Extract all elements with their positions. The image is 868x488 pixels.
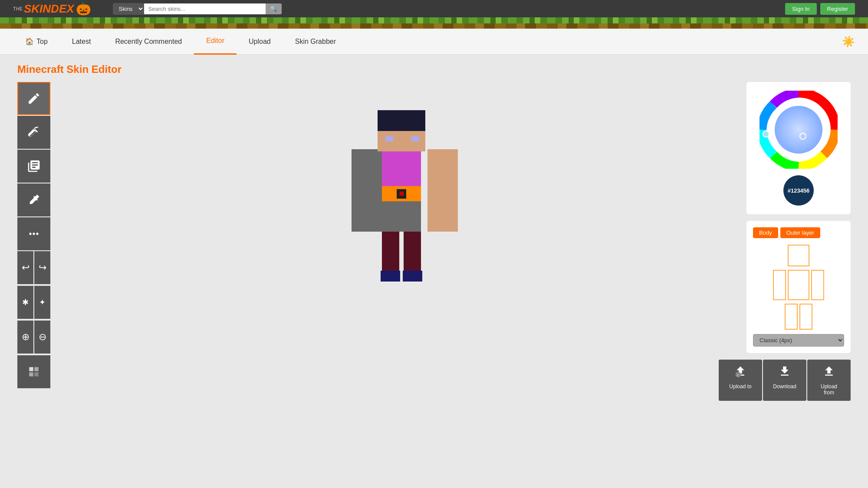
svg-rect-1 [34,367,38,371]
body-diagram [753,245,844,330]
theme-toggle-icon[interactable]: ☀️ [842,36,855,47]
search-button[interactable]: 🔍 [266,3,282,14]
undo-redo-row: ↩ ↪ [17,251,52,285]
svg-rect-0 [29,367,33,371]
hair [378,110,425,131]
upload-to-button[interactable]: ↑ Upload to [719,360,762,401]
tools-panel: ↩ ↪ ✱ ✦ ⊕ ⊖ [17,82,52,401]
action-buttons: ↑ Upload to Download [746,360,851,401]
auth-buttons: Sign In Register [785,3,855,15]
color-hex-value: #123456 [788,187,810,194]
body-middle-row [773,270,824,300]
head-row [788,245,809,266]
eyedropper-tool[interactable] [17,183,50,216]
eraser-tool[interactable] [17,116,50,149]
download-label: Download [773,383,796,390]
download-icon [778,365,791,381]
outer-layer-tab[interactable]: Outer layer [780,227,820,238]
nav-top[interactable]: 🏠 Top [13,29,60,55]
color-swatch[interactable]: #123456 [783,175,814,206]
header-bar: THE SKINDEX 🎃 Skins 🔍 Sign In Register [0,0,868,17]
right-arm-part-button[interactable] [811,270,824,300]
right-boot [403,271,422,282]
view-toggle-button[interactable] [17,355,50,388]
svg-text:↑: ↑ [736,373,739,378]
main-nav: 🏠 Top Latest Recently Commented Editor U… [0,29,868,55]
nav-right-area: ☀️ [842,36,855,48]
svg-rect-3 [34,372,38,376]
nav-editor[interactable]: Editor [194,29,237,55]
color-wheel-svg[interactable] [760,91,838,169]
download-button[interactable]: Download [763,360,806,401]
svg-point-8 [763,131,769,137]
dirt-decoration [0,23,868,29]
nav-recently-commented[interactable]: Recently Commented [103,29,194,55]
svg-rect-2 [29,372,33,376]
left-arm [352,149,382,232]
logo: THE SKINDEX 🎃 [13,2,91,16]
register-button[interactable]: Register [820,3,855,15]
search-input[interactable] [144,3,266,14]
right-pant [404,232,421,275]
nav-upload[interactable]: Upload [237,29,283,55]
undo-button[interactable]: ↩ [17,251,33,284]
right-eye [411,136,419,141]
color-wheel-wrapper: #123456 [755,91,842,206]
pencil-tool[interactable] [17,82,50,115]
head-part-button[interactable] [788,245,809,266]
right-arm [427,149,458,232]
belt [382,186,421,201]
layer-tabs: Body Outer layer [753,227,844,238]
sign-in-button[interactable]: Sign In [785,3,816,15]
upload-from-icon [822,365,835,381]
extra-tools-row: ✱ ✦ [17,286,52,320]
upload-from-button[interactable]: Upload from [807,360,851,401]
upload-from-label: Upload from [816,383,842,396]
minecraft-character [339,88,460,314]
redo-button[interactable]: ↪ [34,251,50,284]
left-pant [382,232,399,275]
zoom-out-button[interactable]: ⊖ [34,321,50,354]
left-eye [385,136,393,141]
skin-model-select[interactable]: Classic (4px) Slim (3px) [753,334,844,347]
grass-decoration [0,17,868,23]
legs-row [785,304,812,330]
search-area: Skins 🔍 [113,3,282,15]
skins-select[interactable]: Skins [113,3,144,15]
svg-rect-6 [775,106,822,154]
color-wheel-container[interactable] [760,91,838,169]
body-selector: Body Outer layer [746,221,851,353]
left-boot [381,271,400,282]
skin-preview[interactable] [323,82,475,321]
editor-layout: ↩ ↪ ✱ ✦ ⊕ ⊖ [17,82,851,401]
belt-buckle [397,189,406,199]
nav-skin-grabber[interactable]: Skin Grabber [283,29,348,55]
nav-latest[interactable]: Latest [60,29,103,55]
canvas-area [61,82,738,401]
belt-buckle-inner [400,192,404,196]
left-leg-part-button[interactable] [785,304,798,330]
zoom-in-button[interactable]: ⊕ [17,321,33,354]
noise-tool[interactable] [17,217,50,250]
right-panel: #123456 Body Outer layer [746,82,851,401]
shirt [382,149,421,186]
upload-to-label: Upload to [729,383,751,390]
zoom-row: ⊕ ⊖ [17,321,52,354]
logo-skindex-text: SKINDEX [24,2,74,16]
page-title: Minecraft Skin Editor [17,63,851,75]
logo-pumpkin-icon: 🎃 [76,2,91,16]
upload-to-icon: ↑ [734,365,747,381]
mirror-tool[interactable]: ✦ [34,286,50,319]
grid-tool[interactable]: ✱ [17,286,33,319]
logo-the-text: THE [13,6,23,11]
torso-part-button[interactable] [788,270,809,300]
color-picker: #123456 [746,82,851,214]
stamp-tool[interactable] [17,150,50,183]
right-leg-part-button[interactable] [799,304,812,330]
home-icon: 🏠 [25,37,34,46]
body-tab[interactable]: Body [753,227,778,238]
left-arm-part-button[interactable] [773,270,786,300]
